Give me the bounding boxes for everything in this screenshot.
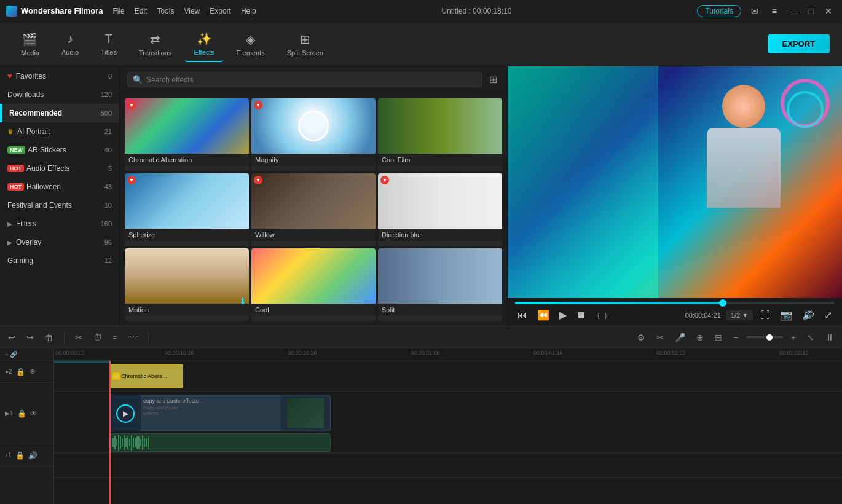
add-track-icon[interactable]: +: [5, 351, 9, 358]
link-icon[interactable]: 🔗: [10, 351, 17, 358]
toolbar-effects[interactable]: ✨ Effects: [185, 26, 222, 62]
mic-button[interactable]: 🎤: [672, 331, 688, 344]
toolbar-elements[interactable]: ◈ Elements: [228, 27, 273, 61]
sidebar-favorites-count: 0: [108, 73, 112, 80]
audio-label: Audio: [61, 49, 79, 56]
cut-button[interactable]: ✂: [72, 331, 85, 344]
eye-icon-effect[interactable]: 👁: [29, 368, 36, 376]
sidebar-item-audio-effects[interactable]: HOT Audio Effects 5: [0, 159, 119, 178]
sidebar-overlay-label: Overlay: [16, 238, 102, 246]
effect-badge-direction-blur: ♥: [380, 176, 389, 184]
effects-icon: ✨: [197, 31, 212, 46]
lock-icon-audio[interactable]: 🔒: [15, 451, 25, 460]
sidebar-item-halloween[interactable]: HOT Halloween 43: [0, 178, 119, 196]
clip-button[interactable]: ✂: [653, 331, 667, 344]
toolbar-transitions[interactable]: ⇄ Transitions: [130, 27, 180, 61]
stop-button[interactable]: ⏹: [574, 309, 589, 322]
effect-willow[interactable]: ♥ Willow: [251, 173, 376, 246]
redo-button[interactable]: ↪: [23, 331, 37, 344]
lock-icon-effect[interactable]: 🔒: [16, 368, 25, 376]
wave-bar: [120, 436, 121, 449]
effect-chromatic-aberration[interactable]: ♥ Chromatic Aberration: [125, 98, 249, 171]
frame-back-button[interactable]: ⏪: [535, 308, 552, 322]
mute-icon-audio[interactable]: 🔊: [28, 451, 37, 460]
effect-spherize[interactable]: ♥ Spherize: [125, 173, 249, 246]
menu-file[interactable]: File: [112, 7, 124, 15]
toolbar-audio[interactable]: ♪ Audio: [53, 27, 87, 61]
sidebar-item-downloads[interactable]: Downloads 120: [0, 85, 119, 104]
audio-settings-button[interactable]: ≈: [110, 331, 121, 344]
fit-button[interactable]: ⤡: [804, 331, 817, 344]
detach-audio-button[interactable]: ⊕: [693, 331, 707, 344]
effect-magnify[interactable]: ♥ Magnify: [251, 98, 376, 171]
zoom-in-button[interactable]: +: [788, 331, 799, 344]
clip-chromatic-aberration[interactable]: ★ Chromatic Abera...: [109, 364, 183, 388]
pause-indicator[interactable]: ⏸: [822, 331, 837, 344]
sidebar-item-recommended[interactable]: Recommended 500: [0, 104, 119, 122]
zoom-out-button[interactable]: −: [730, 331, 741, 344]
progress-bar[interactable]: [515, 302, 835, 304]
volume-button[interactable]: 🔊: [800, 308, 817, 322]
search-box: 🔍: [127, 72, 482, 87]
zoom-slider[interactable]: [746, 336, 783, 338]
close-button[interactable]: ✕: [821, 6, 836, 17]
effect-thumb-colorful: [251, 248, 376, 304]
maximize-button[interactable]: □: [804, 6, 819, 17]
titles-label: Titles: [101, 49, 117, 56]
play-button[interactable]: ▶: [557, 308, 569, 322]
wave-bar: [122, 438, 123, 447]
effect-cool-film[interactable]: Cool Film: [378, 98, 502, 171]
menu-view[interactable]: View: [184, 7, 200, 15]
timeline-tracks: ▼ ★ Chromatic Abera...: [54, 361, 842, 504]
menu-icon[interactable]: ≡: [768, 5, 781, 17]
toolbar-media[interactable]: 🎬 Media: [12, 27, 48, 61]
settings-icon-button[interactable]: ⚙: [634, 331, 648, 344]
delete-button[interactable]: 🗑: [42, 331, 57, 344]
search-input[interactable]: [146, 76, 476, 84]
clip-thumbnail: [287, 398, 324, 428]
snapshot-button[interactable]: 📷: [777, 308, 795, 322]
step-back-button[interactable]: ⏮: [515, 309, 530, 322]
minimize-button[interactable]: —: [787, 6, 801, 17]
lock-icon-video[interactable]: 🔒: [17, 409, 26, 418]
sidebar-item-ar-stickers[interactable]: NEW AR Stickers 40: [0, 141, 119, 159]
ruler-time-3: 00:00:31:06: [411, 350, 440, 356]
duration-button[interactable]: ⏱: [90, 331, 105, 344]
playhead-line: ▼: [109, 361, 111, 504]
effect-motion[interactable]: ⬇ Motion: [125, 248, 249, 321]
mail-icon[interactable]: ✉: [747, 5, 762, 17]
menu-edit[interactable]: Edit: [135, 7, 148, 15]
effect-split[interactable]: Split: [378, 248, 502, 321]
eye-icon-video[interactable]: 👁: [30, 409, 37, 418]
page-number: 1/2: [731, 312, 740, 319]
undo-button[interactable]: ↩: [5, 331, 18, 344]
effect-direction-blur[interactable]: ♥ Direction blur: [378, 173, 502, 246]
timeline: ↩ ↪ 🗑 ✂ ⏱ ≈ 〰 ⚙ ✂ 🎤 ⊕ ⊟ − + ⤡ ⏸ + 🔗: [0, 326, 842, 504]
expand-button[interactable]: ⤢: [822, 308, 835, 322]
sidebar-item-overlay[interactable]: ▶ Overlay 96: [0, 233, 119, 251]
menu-tools[interactable]: Tools: [157, 7, 174, 15]
page-indicator[interactable]: 1/2 ▼: [726, 310, 753, 320]
sidebar-item-filters[interactable]: ▶ Filters 160: [0, 215, 119, 233]
effect-colorful[interactable]: Cool: [251, 248, 376, 321]
menu-export[interactable]: Export: [210, 7, 231, 15]
favorites-icon: ♥: [7, 71, 12, 81]
clip-video-main[interactable]: ▶ copy and paste effects Copy and PasteE…: [109, 395, 331, 431]
toolbar-split-screen[interactable]: ⊞ Split Screen: [278, 27, 332, 61]
sidebar-item-gaming[interactable]: Gaming 12: [0, 251, 119, 270]
export-button[interactable]: EXPORT: [768, 34, 830, 53]
sidebar-item-ai-portrait[interactable]: ♛ AI Portrait 21: [0, 122, 119, 141]
preview-person: [694, 85, 793, 208]
menu-help[interactable]: Help: [241, 7, 256, 15]
toolbar-titles[interactable]: T Titles: [92, 27, 125, 61]
progress-fill: [515, 302, 723, 304]
fullscreen-button[interactable]: ⛶: [758, 309, 773, 322]
effects-grid: ♥ Chromatic Aberration ♥ Magnify Cool Fi…: [120, 93, 507, 326]
sidebar-item-favorites[interactable]: ♥ Favorites 0: [0, 66, 119, 85]
wave-bar: [142, 435, 143, 450]
grid-toggle-icon[interactable]: ⊞: [487, 71, 500, 88]
sidebar-item-festival[interactable]: Festival and Events 10: [0, 196, 119, 215]
waveform-button[interactable]: 〰: [126, 331, 141, 344]
merge-button[interactable]: ⊟: [712, 331, 725, 344]
tutorials-button[interactable]: Tutorials: [697, 5, 741, 17]
